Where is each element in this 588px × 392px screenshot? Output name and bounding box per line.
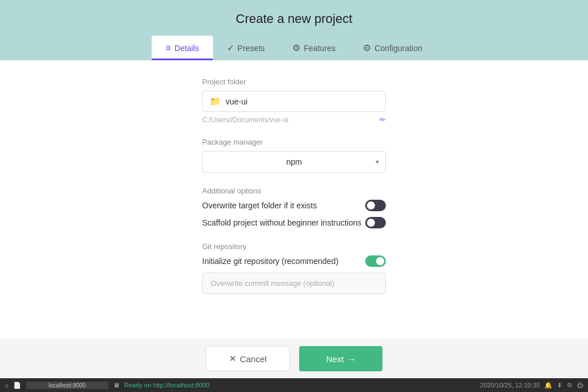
folder-path-row: C:/Users//Documents/vue-ui ✏ [202,115,386,124]
tabs-nav: ≡ Details ✓ Presets ⚙ Features ⚙ Configu… [0,36,588,60]
statusbar-home-icon: ⌂ [5,382,9,389]
form: Project folder 📁 vue-ui C:/Users//Docume… [202,77,386,308]
next-button[interactable]: Next → [299,346,382,371]
configuration-icon: ⚙ [363,42,371,53]
next-arrow-icon: → [347,354,356,364]
folder-name: vue-ui [226,97,247,106]
header: Create a new project ≡ Details ✓ Presets… [0,0,588,60]
additional-options-section: Additional options Overwrite target fold… [202,187,386,228]
statusbar-url-input: localhost:8000 [26,382,109,389]
folder-icon: 📁 [210,96,221,107]
tab-presets[interactable]: ✓ Presets [213,36,278,60]
cancel-label: Cancel [240,354,267,364]
tab-configuration-label: Configuration [374,44,422,53]
footer: ✕ Cancel Next → [0,339,588,378]
git-init-label: Initialize git repository (recommended) [202,257,338,266]
tab-features-label: Features [304,44,335,53]
folder-path: C:/Users//Documents/vue-ui [202,116,288,124]
folder-input-display[interactable]: 📁 vue-ui [202,91,386,112]
cancel-button[interactable]: ✕ Cancel [206,346,291,371]
statusbar-power-icon: ⏻ [577,382,583,389]
overwrite-option-label: Overwrite target folder if it exists [202,201,317,210]
git-init-toggle[interactable] [365,255,386,267]
statusbar-right: 2020/10/25, 12:10:35 🔔 ⬇ ⚙ ⏻ [480,382,583,389]
statusbar-download-icon: ⬇ [557,382,562,389]
tab-details[interactable]: ≡ Details [152,36,212,60]
git-repository-section: Git repository Initialize git repository… [202,242,386,294]
git-init-toggle-slider [365,255,386,267]
additional-options-label: Additional options [202,187,386,195]
package-manager-label: Package manager [202,138,386,146]
scaffold-toggle-slider [365,217,386,228]
project-folder-label: Project folder [202,77,386,86]
overwrite-toggle[interactable] [365,200,386,211]
statusbar-file-icon: 📄 [13,382,21,389]
option-row-scaffold: Scaffold project without beginner instru… [202,217,386,228]
commit-message-input[interactable] [202,273,386,294]
statusbar-settings-icon: ⚙ [567,382,572,389]
tab-features[interactable]: ⚙ Features [278,36,349,60]
scaffold-option-label: Scaffold project without beginner instru… [202,218,362,227]
git-init-row: Initialize git repository (recommended) [202,255,386,267]
presets-icon: ✓ [227,42,234,53]
statusbar-ready: Ready on http://localhost:8000 [124,382,210,389]
option-row-overwrite: Overwrite target folder if it exists [202,200,386,211]
statusbar: ⌂ 📄 localhost:8000 🖥 Ready on http://loc… [0,378,588,392]
package-manager-wrapper: npm yarn pnpm ▾ [202,151,386,173]
statusbar-monitor-icon: 🖥 [113,382,119,389]
page-title: Create a new project [0,11,588,26]
edit-path-icon[interactable]: ✏ [380,115,386,124]
next-label: Next [326,354,344,364]
project-folder-section: Project folder 📁 vue-ui C:/Users//Docume… [202,77,386,124]
overwrite-toggle-slider [365,200,386,211]
package-manager-section: Package manager npm yarn pnpm ▾ [202,138,386,173]
features-icon: ⚙ [292,42,300,53]
scaffold-toggle[interactable] [365,217,386,228]
cancel-icon: ✕ [229,354,237,364]
statusbar-left: ⌂ 📄 localhost:8000 🖥 Ready on http://loc… [5,382,210,389]
tab-details-label: Details [175,44,199,53]
statusbar-bell-icon: 🔔 [544,382,552,389]
git-repository-label: Git repository [202,242,386,251]
package-manager-select[interactable]: npm yarn pnpm [202,151,386,173]
statusbar-timestamp: 2020/10/25, 12:10:35 [480,382,540,389]
tab-presets-label: Presets [238,44,265,53]
details-icon: ≡ [165,43,171,53]
tab-configuration[interactable]: ⚙ Configuration [349,36,436,60]
main-content: Project folder 📁 vue-ui C:/Users//Docume… [0,60,588,339]
